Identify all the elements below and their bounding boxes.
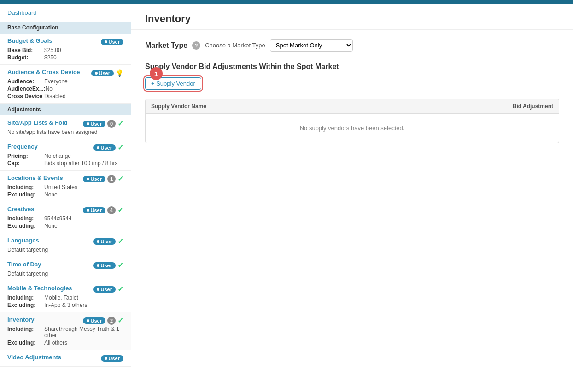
lightbulb-icon: 💡 — [116, 69, 123, 77]
audience-label: Audience: — [7, 78, 44, 85]
mobile-excluding-value: In-App & 3 others — [44, 302, 87, 308]
mobile-user-badge: User — [93, 286, 116, 293]
time-of-day-check-icon: ✓ — [117, 261, 123, 270]
frequency-title[interactable]: Frequency — [7, 143, 38, 150]
creatives-excluding-value: None — [44, 223, 58, 229]
step-badge-1: 1 — [150, 67, 163, 80]
base-bid-value: $25.00 — [44, 47, 61, 53]
market-type-help-icon[interactable]: ? — [192, 41, 200, 50]
site-app-desc: No site/app lists have been assigned — [7, 129, 97, 135]
video-user-badge: User — [101, 355, 123, 362]
sidebar-item-dashboard[interactable]: Dashboard — [0, 4, 131, 22]
main-content: Inventory Market Type ? Choose a Market … — [131, 4, 573, 392]
inventory-including-label: Including: — [7, 326, 44, 339]
sidebar-group-locations: Locations & Events User 1 ✓ Including: U… — [0, 171, 131, 202]
budget-goals-badges: User — [101, 39, 123, 45]
mobile-badges: User ✓ — [93, 285, 123, 294]
locations-excluding-label: Excluding: — [7, 191, 44, 198]
frequency-check-icon: ✓ — [117, 143, 123, 152]
sidebar-group-frequency: Frequency User ✓ Pricing: No change Cap:… — [0, 139, 131, 171]
inventory-excluding-value: All others — [44, 340, 67, 346]
languages-desc: Default targeting — [7, 247, 48, 253]
vendor-table: Supply Vendor Name Bid Adjustment No sup… — [145, 99, 559, 143]
sidebar-group-creatives: Creatives User 4 ✓ Including: 9544x9544 … — [0, 202, 131, 233]
sidebar-group-site-app: Site/App Lists & Fold User 0 ✓ No site/a… — [0, 115, 131, 139]
locations-user-badge: User — [83, 176, 105, 182]
creatives-check-icon: ✓ — [117, 206, 123, 214]
audience-value: Everyone — [44, 78, 68, 85]
market-type-row: Market Type ? Choose a Market Type Spot … — [145, 39, 559, 52]
creatives-including-value: 9544x9544 — [44, 215, 71, 222]
sidebar-group-inventory: Inventory User 2 ✓ Including: Sharethrou… — [0, 312, 131, 350]
app-wrapper: Dashboard Base Configuration Budget & Go… — [0, 4, 573, 392]
site-app-title[interactable]: Site/App Lists & Fold — [7, 119, 68, 126]
main-body: Market Type ? Choose a Market Type Spot … — [131, 30, 573, 152]
budget-value: $250 — [44, 54, 57, 61]
video-badges: User — [101, 355, 123, 362]
time-of-day-badges: User ✓ — [93, 261, 123, 270]
budget-goals-title[interactable]: Budget & Goals — [7, 37, 53, 44]
mobile-including-value: Mobile, Tablet — [44, 294, 78, 301]
sidebar: Dashboard Base Configuration Budget & Go… — [0, 4, 131, 392]
audience-title[interactable]: Audience & Cross Device — [7, 69, 80, 75]
languages-user-badge: User — [93, 238, 116, 245]
choose-market-type-label: Choose a Market Type — [205, 42, 265, 49]
budget-label: Budget: — [7, 54, 44, 61]
languages-badges: User ✓ — [93, 237, 123, 246]
inventory-badges: User 2 ✓ — [83, 316, 123, 325]
time-of-day-user-badge: User — [93, 262, 116, 269]
creatives-title[interactable]: Creatives — [7, 206, 35, 213]
audience-user-badge: User — [91, 70, 114, 76]
frequency-pricing-label: Pricing: — [7, 153, 44, 159]
supply-vendor-area: + Supply Vendor 1 — [145, 77, 201, 94]
section-title: Supply Vendor Bid Adjustments Within the… — [145, 63, 559, 71]
sidebar-group-time-of-day: Time of Day User ✓ Default targeting — [0, 257, 131, 281]
frequency-user-badge: User — [93, 144, 116, 151]
inventory-including-value: Sharethrough Messy Truth & 1 other — [44, 326, 123, 339]
frequency-pricing-value: No change — [44, 153, 71, 159]
frequency-cap-value: Bids stop after 100 imp / 8 hrs — [44, 160, 117, 167]
locations-title[interactable]: Locations & Events — [7, 174, 63, 181]
audience-ex-value: No — [46, 86, 53, 92]
page-title: Inventory — [145, 13, 559, 25]
base-bid-label: Base Bid: — [7, 47, 44, 53]
audience-badges: User 💡 — [91, 69, 123, 77]
locations-badges: User 1 ✓ — [83, 174, 123, 183]
site-app-count-badge: 0 — [107, 120, 116, 128]
mobile-check-icon: ✓ — [117, 285, 123, 294]
creatives-count-badge: 4 — [107, 206, 116, 214]
sidebar-section-adjustments: Adjustments — [0, 104, 131, 115]
market-type-select[interactable]: Spot Market Only — [270, 39, 353, 52]
sidebar-group-mobile: Mobile & Technologies User ✓ Including: … — [0, 281, 131, 312]
sidebar-group-languages: Languages User ✓ Default targeting — [0, 233, 131, 257]
sidebar-group-audience: Audience & Cross Device User 💡 Audience:… — [0, 65, 131, 104]
locations-count-badge: 1 — [107, 175, 116, 183]
mobile-including-label: Including: — [7, 294, 44, 301]
site-app-user-badge: User — [83, 121, 105, 127]
creatives-excluding-label: Excluding: — [7, 223, 44, 229]
inventory-title[interactable]: Inventory — [7, 316, 35, 323]
creatives-user-badge: User — [83, 207, 105, 213]
budget-goals-user-badge: User — [101, 39, 123, 45]
time-of-day-desc: Default targeting — [7, 271, 48, 277]
audience-ex-label: AudienceEx...: — [7, 86, 46, 92]
creatives-including-label: Including: — [7, 215, 44, 222]
sidebar-group-budget-goals: Budget & Goals User Base Bid: $25.00 Bud… — [0, 34, 131, 65]
vendor-col-name: Supply Vendor Name — [151, 103, 484, 110]
inventory-check-icon: ✓ — [117, 316, 123, 325]
locations-excluding-value: None — [44, 191, 58, 198]
cross-device-label: Cross Device — [7, 93, 44, 99]
time-of-day-title[interactable]: Time of Day — [7, 261, 41, 268]
frequency-cap-label: Cap: — [7, 160, 44, 167]
main-header: Inventory — [131, 4, 573, 30]
market-type-label: Market Type — [145, 41, 187, 50]
creatives-badges: User 4 ✓ — [83, 206, 123, 214]
inventory-excluding-label: Excluding: — [7, 340, 44, 346]
locations-check-icon: ✓ — [117, 174, 123, 183]
vendor-col-bid: Bid Adjustment — [484, 103, 553, 110]
video-adjustments-title[interactable]: Video Adjustments — [7, 354, 61, 361]
languages-title[interactable]: Languages — [7, 237, 39, 244]
mobile-tech-title[interactable]: Mobile & Technologies — [7, 285, 72, 292]
frequency-badges: User ✓ — [93, 143, 123, 152]
top-bar — [0, 0, 573, 4]
